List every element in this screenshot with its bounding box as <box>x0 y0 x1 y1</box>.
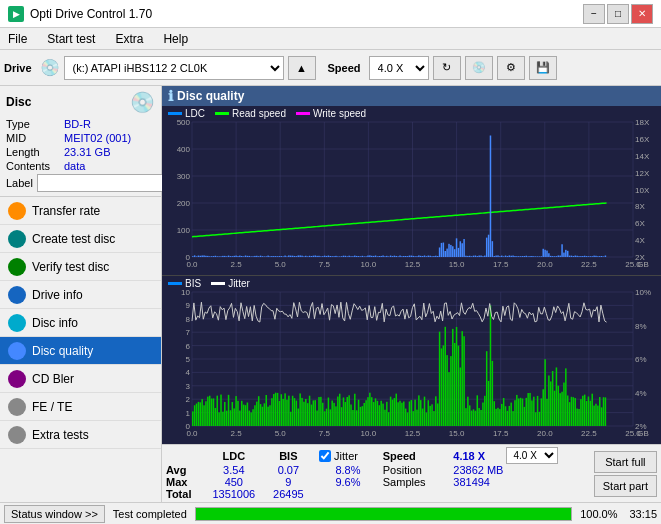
disc-button[interactable]: 💿 <box>465 56 493 80</box>
write-speed-legend-label: Write speed <box>313 108 366 119</box>
status-window-button[interactable]: Status window >> <box>4 505 105 523</box>
sidebar-item-verify-test-disc[interactable]: Verify test disc <box>0 253 161 281</box>
status-text: Test completed <box>113 508 187 520</box>
jitter-col-header: Jitter <box>334 450 358 462</box>
position-label: Position <box>377 464 450 476</box>
mid-label: MID <box>6 132 64 144</box>
speed-label: Speed <box>328 62 361 74</box>
write-speed-legend-color <box>296 112 310 115</box>
position-value: 23862 MB <box>449 464 585 476</box>
label-label: Label <box>6 177 33 189</box>
stats-speed-select[interactable]: 4.0 X <box>506 447 558 464</box>
sidebar-item-disc-quality[interactable]: Disc quality <box>0 337 161 365</box>
cd-bler-label: CD Bler <box>32 372 74 386</box>
upper-chart <box>162 106 661 275</box>
legend-lower: BIS Jitter <box>162 276 256 291</box>
start-full-button[interactable]: Start full <box>594 451 657 473</box>
mid-value: MEIT02 (001) <box>64 132 131 144</box>
menu-bar: File Start test Extra Help <box>0 28 661 50</box>
chart-title: Disc quality <box>177 89 244 103</box>
length-label: Length <box>6 146 64 158</box>
bis-col-header: BIS <box>266 447 311 464</box>
drive-info-icon <box>8 286 26 304</box>
menu-file[interactable]: File <box>4 30 31 48</box>
sidebar-item-drive-info[interactable]: Drive info <box>0 281 161 309</box>
lower-chart <box>162 276 661 445</box>
total-ldc: 1351006 <box>202 488 266 500</box>
contents-value: data <box>64 160 85 172</box>
app-icon: ▶ <box>8 6 24 22</box>
transfer-rate-label: Transfer rate <box>32 204 100 218</box>
jitter-checkbox-label: Jitter <box>319 450 377 462</box>
sidebar-item-transfer-rate[interactable]: Transfer rate <box>0 197 161 225</box>
eject-button[interactable]: ▲ <box>288 56 316 80</box>
refresh-button[interactable]: ↻ <box>433 56 461 80</box>
bis-legend-label: BIS <box>185 278 201 289</box>
ldc-col-header: LDC <box>202 447 266 464</box>
drive-info-label: Drive info <box>32 288 83 302</box>
avg-ldc: 3.54 <box>202 464 266 476</box>
jitter-legend-color <box>211 282 225 285</box>
disc-panel: Disc 💿 Type BD-R MID MEIT02 (001) Length… <box>0 86 161 197</box>
read-speed-legend-label: Read speed <box>232 108 286 119</box>
type-label: Type <box>6 118 64 130</box>
create-test-disc-label: Create test disc <box>32 232 115 246</box>
sidebar: Disc 💿 Type BD-R MID MEIT02 (001) Length… <box>0 86 162 502</box>
status-progress-percent: 100.0% <box>580 508 617 520</box>
length-value: 23.31 GB <box>64 146 110 158</box>
create-test-disc-icon <box>8 230 26 248</box>
toolbar-drive-icon: 💿 <box>40 58 60 77</box>
status-bar: Status window >> Test completed 100.0% 3… <box>0 502 661 524</box>
close-button[interactable]: ✕ <box>631 4 653 24</box>
contents-label: Contents <box>6 160 64 172</box>
settings-button[interactable]: ⚙ <box>497 56 525 80</box>
extra-tests-icon <box>8 426 26 444</box>
type-value: BD-R <box>64 118 91 130</box>
sidebar-item-fe-te[interactable]: FE / TE <box>0 393 161 421</box>
sidebar-item-extra-tests[interactable]: Extra tests <box>0 421 161 449</box>
ldc-legend-color <box>168 112 182 115</box>
menu-start-test[interactable]: Start test <box>43 30 99 48</box>
save-button[interactable]: 💾 <box>529 56 557 80</box>
menu-help[interactable]: Help <box>159 30 192 48</box>
sidebar-item-create-test-disc[interactable]: Create test disc <box>0 225 161 253</box>
speed-display: 4.18 X <box>449 447 502 464</box>
sidebar-item-cd-bler[interactable]: CD Bler <box>0 365 161 393</box>
max-bis: 9 <box>266 476 311 488</box>
title-bar: ▶ Opti Drive Control 1.70 − □ ✕ <box>0 0 661 28</box>
total-label: Total <box>166 488 202 500</box>
samples-value: 381494 <box>449 476 585 488</box>
speed-select[interactable]: 4.0 X <box>369 56 429 80</box>
disc-info-icon <box>8 314 26 332</box>
maximize-button[interactable]: □ <box>607 4 629 24</box>
drive-label: Drive <box>4 62 32 74</box>
progress-bar-fill <box>196 508 571 520</box>
read-speed-legend-color <box>215 112 229 115</box>
speed-col-header: Speed <box>377 447 450 464</box>
start-part-button[interactable]: Start part <box>594 475 657 497</box>
samples-label: Samples <box>377 476 450 488</box>
minimize-button[interactable]: − <box>583 4 605 24</box>
max-jitter: 9.6% <box>319 476 377 488</box>
avg-bis: 0.07 <box>266 464 311 476</box>
menu-extra[interactable]: Extra <box>111 30 147 48</box>
avg-label: Avg <box>166 464 202 476</box>
content-area: ℹ Disc quality LDC Read speed <box>162 86 661 502</box>
label-input[interactable] <box>37 174 170 192</box>
action-buttons: Start full Start part <box>590 445 661 502</box>
toolbar: Drive 💿 (k:) ATAPI iHBS112 2 CL0K ▲ Spee… <box>0 50 661 86</box>
drive-select[interactable]: (k:) ATAPI iHBS112 2 CL0K <box>64 56 284 80</box>
sidebar-item-disc-info[interactable]: Disc info <box>0 309 161 337</box>
cd-bler-icon <box>8 370 26 388</box>
disc-quality-icon <box>8 342 26 360</box>
progress-bar-container <box>195 507 572 521</box>
bis-legend-color <box>168 282 182 285</box>
fe-te-icon <box>8 398 26 416</box>
disc-info-label: Disc info <box>32 316 78 330</box>
disc-section-title: Disc <box>6 95 31 109</box>
jitter-checkbox[interactable] <box>319 450 331 462</box>
legend-upper: LDC Read speed Write speed <box>162 106 372 121</box>
max-label: Max <box>166 476 202 488</box>
jitter-legend-label: Jitter <box>228 278 250 289</box>
disc-icon: 💿 <box>130 90 155 114</box>
